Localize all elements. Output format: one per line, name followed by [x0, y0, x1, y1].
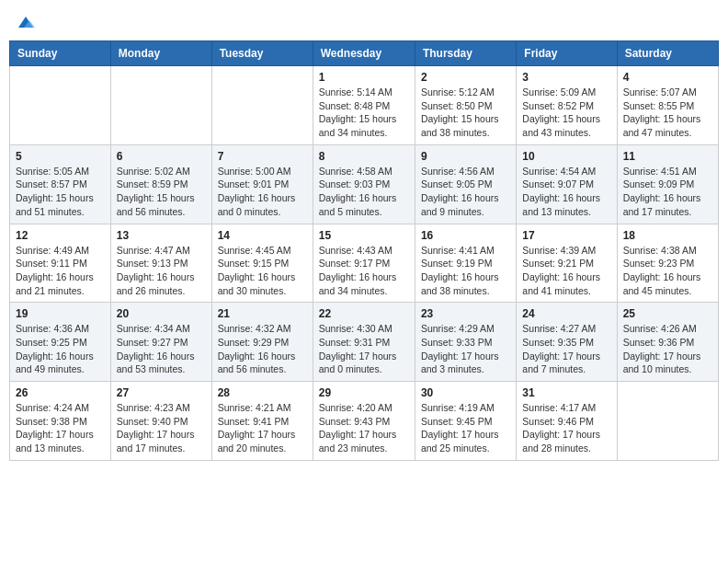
day-info: Sunrise: 4:36 AM Sunset: 9:25 PM Dayligh… [16, 322, 105, 376]
day-number: 27 [117, 386, 206, 399]
col-header-thursday: Thursday [415, 41, 516, 66]
day-cell: 11Sunrise: 4:51 AM Sunset: 9:09 PM Dayli… [617, 144, 718, 224]
day-cell [617, 382, 718, 461]
day-info: Sunrise: 5:05 AM Sunset: 8:57 PM Dayligh… [16, 165, 105, 219]
day-cell: 9Sunrise: 4:56 AM Sunset: 9:05 PM Daylig… [415, 144, 516, 224]
day-number: 15 [319, 229, 409, 242]
day-info: Sunrise: 4:32 AM Sunset: 9:29 PM Dayligh… [218, 322, 307, 376]
day-info: Sunrise: 5:14 AM Sunset: 8:48 PM Dayligh… [319, 86, 409, 140]
col-header-monday: Monday [110, 41, 211, 66]
day-number: 20 [117, 307, 206, 320]
day-info: Sunrise: 4:34 AM Sunset: 9:27 PM Dayligh… [117, 322, 206, 376]
day-number: 29 [319, 386, 409, 399]
day-cell: 18Sunrise: 4:38 AM Sunset: 9:23 PM Dayli… [617, 224, 718, 303]
col-header-sunday: Sunday [10, 41, 111, 66]
day-cell: 24Sunrise: 4:27 AM Sunset: 9:35 PM Dayli… [517, 303, 617, 382]
day-number: 8 [319, 150, 409, 163]
day-cell: 16Sunrise: 4:41 AM Sunset: 9:19 PM Dayli… [415, 224, 516, 303]
col-header-saturday: Saturday [617, 41, 718, 66]
day-cell: 1Sunrise: 5:14 AM Sunset: 8:48 PM Daylig… [313, 66, 415, 145]
day-info: Sunrise: 4:20 AM Sunset: 9:43 PM Dayligh… [319, 401, 409, 455]
day-cell: 10Sunrise: 4:54 AM Sunset: 9:07 PM Dayli… [517, 144, 617, 224]
day-cell [10, 66, 111, 145]
page-header [9, 9, 719, 35]
day-info: Sunrise: 4:41 AM Sunset: 9:19 PM Dayligh… [421, 244, 510, 298]
day-info: Sunrise: 5:00 AM Sunset: 9:01 PM Dayligh… [218, 165, 307, 219]
day-cell [110, 66, 211, 145]
day-info: Sunrise: 4:39 AM Sunset: 9:21 PM Dayligh… [522, 244, 610, 298]
day-number: 31 [522, 386, 610, 399]
day-cell [211, 66, 313, 145]
day-number: 10 [522, 150, 610, 163]
day-info: Sunrise: 5:02 AM Sunset: 8:59 PM Dayligh… [117, 165, 206, 219]
day-info: Sunrise: 4:30 AM Sunset: 9:31 PM Dayligh… [319, 322, 409, 376]
day-info: Sunrise: 5:07 AM Sunset: 8:55 PM Dayligh… [623, 86, 712, 140]
day-number: 12 [16, 229, 105, 242]
week-row-1: 1Sunrise: 5:14 AM Sunset: 8:48 PM Daylig… [10, 66, 719, 145]
logo-icon [17, 13, 35, 31]
day-info: Sunrise: 4:43 AM Sunset: 9:17 PM Dayligh… [319, 244, 409, 298]
day-number: 6 [117, 150, 206, 163]
day-cell: 7Sunrise: 5:00 AM Sunset: 9:01 PM Daylig… [211, 144, 313, 224]
day-cell: 15Sunrise: 4:43 AM Sunset: 9:17 PM Dayli… [313, 224, 415, 303]
day-info: Sunrise: 4:47 AM Sunset: 9:13 PM Dayligh… [117, 244, 206, 298]
header-row: SundayMondayTuesdayWednesdayThursdayFrid… [10, 41, 719, 66]
day-info: Sunrise: 4:19 AM Sunset: 9:45 PM Dayligh… [421, 401, 510, 455]
day-number: 24 [522, 307, 610, 320]
day-info: Sunrise: 5:12 AM Sunset: 8:50 PM Dayligh… [421, 86, 510, 140]
day-number: 17 [522, 229, 610, 242]
day-cell: 26Sunrise: 4:24 AM Sunset: 9:38 PM Dayli… [10, 382, 111, 461]
week-row-4: 19Sunrise: 4:36 AM Sunset: 9:25 PM Dayli… [10, 303, 719, 382]
day-number: 1 [319, 71, 409, 84]
day-number: 28 [218, 386, 307, 399]
day-number: 14 [218, 229, 307, 242]
day-cell: 20Sunrise: 4:34 AM Sunset: 9:27 PM Dayli… [110, 303, 211, 382]
day-number: 16 [421, 229, 510, 242]
day-cell: 5Sunrise: 5:05 AM Sunset: 8:57 PM Daylig… [10, 144, 111, 224]
day-info: Sunrise: 4:54 AM Sunset: 9:07 PM Dayligh… [522, 165, 610, 219]
calendar-table: SundayMondayTuesdayWednesdayThursdayFrid… [9, 40, 719, 461]
day-cell: 27Sunrise: 4:23 AM Sunset: 9:40 PM Dayli… [110, 382, 211, 461]
day-info: Sunrise: 4:29 AM Sunset: 9:33 PM Dayligh… [421, 322, 510, 376]
day-cell: 6Sunrise: 5:02 AM Sunset: 8:59 PM Daylig… [110, 144, 211, 224]
day-number: 30 [421, 386, 510, 399]
calendar-body: 1Sunrise: 5:14 AM Sunset: 8:48 PM Daylig… [10, 66, 719, 461]
day-number: 22 [319, 307, 409, 320]
day-number: 19 [16, 307, 105, 320]
day-cell: 22Sunrise: 4:30 AM Sunset: 9:31 PM Dayli… [313, 303, 415, 382]
day-number: 18 [623, 229, 712, 242]
day-cell: 23Sunrise: 4:29 AM Sunset: 9:33 PM Dayli… [415, 303, 516, 382]
day-info: Sunrise: 4:17 AM Sunset: 9:46 PM Dayligh… [522, 401, 610, 455]
day-number: 21 [218, 307, 307, 320]
day-cell: 3Sunrise: 5:09 AM Sunset: 8:52 PM Daylig… [517, 66, 617, 145]
day-number: 2 [421, 71, 510, 84]
day-info: Sunrise: 4:23 AM Sunset: 9:40 PM Dayligh… [117, 401, 206, 455]
day-cell: 31Sunrise: 4:17 AM Sunset: 9:46 PM Dayli… [517, 382, 617, 461]
col-header-friday: Friday [517, 41, 617, 66]
day-info: Sunrise: 4:51 AM Sunset: 9:09 PM Dayligh… [623, 165, 712, 219]
day-number: 3 [522, 71, 610, 84]
day-cell: 12Sunrise: 4:49 AM Sunset: 9:11 PM Dayli… [10, 224, 111, 303]
day-number: 5 [16, 150, 105, 163]
day-cell: 25Sunrise: 4:26 AM Sunset: 9:36 PM Dayli… [617, 303, 718, 382]
day-number: 25 [623, 307, 712, 320]
day-cell: 14Sunrise: 4:45 AM Sunset: 9:15 PM Dayli… [211, 224, 313, 303]
day-info: Sunrise: 4:21 AM Sunset: 9:41 PM Dayligh… [218, 401, 307, 455]
logo [15, 13, 35, 31]
calendar-header: SundayMondayTuesdayWednesdayThursdayFrid… [10, 41, 719, 66]
day-cell: 8Sunrise: 4:58 AM Sunset: 9:03 PM Daylig… [313, 144, 415, 224]
day-cell: 2Sunrise: 5:12 AM Sunset: 8:50 PM Daylig… [415, 66, 516, 145]
day-cell: 4Sunrise: 5:07 AM Sunset: 8:55 PM Daylig… [617, 66, 718, 145]
day-number: 9 [421, 150, 510, 163]
week-row-5: 26Sunrise: 4:24 AM Sunset: 9:38 PM Dayli… [10, 382, 719, 461]
day-info: Sunrise: 4:24 AM Sunset: 9:38 PM Dayligh… [16, 401, 105, 455]
col-header-tuesday: Tuesday [211, 41, 313, 66]
week-row-3: 12Sunrise: 4:49 AM Sunset: 9:11 PM Dayli… [10, 224, 719, 303]
col-header-wednesday: Wednesday [313, 41, 415, 66]
day-number: 11 [623, 150, 712, 163]
day-info: Sunrise: 4:38 AM Sunset: 9:23 PM Dayligh… [623, 244, 712, 298]
day-cell: 17Sunrise: 4:39 AM Sunset: 9:21 PM Dayli… [517, 224, 617, 303]
day-cell: 19Sunrise: 4:36 AM Sunset: 9:25 PM Dayli… [10, 303, 111, 382]
day-number: 23 [421, 307, 510, 320]
day-number: 26 [16, 386, 105, 399]
